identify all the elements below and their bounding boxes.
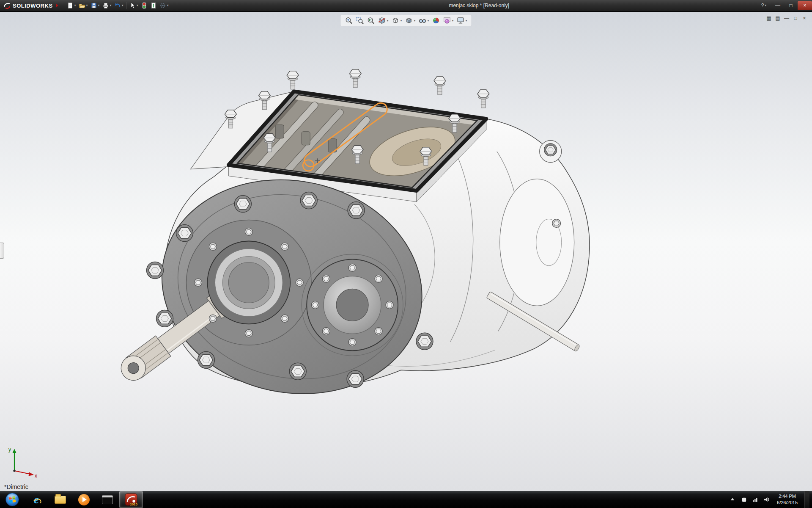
dropdown-caret[interactable]: ▾: [765, 4, 766, 7]
taskbar-item-internet-explorer[interactable]: e: [25, 491, 48, 508]
panel-flyout-tab[interactable]: [0, 243, 4, 259]
logo-accent: [56, 3, 58, 8]
close-document-button[interactable]: ×: [801, 15, 808, 22]
view-settings-icon: [457, 17, 465, 25]
taskbar-item-media-player[interactable]: [72, 491, 96, 508]
options-gear-icon: [159, 2, 166, 9]
window-title: menjac sklop * [Read-only]: [449, 3, 509, 8]
hide-show-items-button[interactable]: ▾: [418, 16, 430, 25]
zoom-to-fit-button[interactable]: [344, 16, 354, 25]
taskbar-clock[interactable]: 2:44 PM 6/26/2015: [774, 493, 800, 506]
cascade-document-windows-button[interactable]: ▦: [765, 15, 772, 22]
dropdown-caret[interactable]: ▾: [167, 4, 169, 7]
file-properties-button[interactable]: [149, 1, 158, 10]
new-document-button[interactable]: ▾: [66, 1, 77, 10]
toolbar-separator: [126, 2, 126, 9]
solidworks-logo: SOLIDWORKS: [2, 2, 63, 9]
folder-icon: [55, 496, 66, 504]
clock-time: 2:44 PM: [777, 493, 798, 500]
previous-view-icon: [367, 17, 375, 25]
rebuild-icon: [141, 2, 148, 9]
minimize-document-button[interactable]: —: [783, 15, 790, 22]
undo-button[interactable]: ▾: [113, 1, 125, 10]
windows-taskbar: e 2015: [0, 491, 812, 508]
taskbar-item-command-prompt[interactable]: [96, 491, 119, 508]
display-style-button[interactable]: ▾: [404, 16, 416, 25]
window-controls: ? ▾ — □ ×: [756, 0, 812, 11]
select-button[interactable]: ▾: [128, 1, 140, 10]
save-icon: [91, 2, 97, 9]
view-orientation-cube-icon: [391, 17, 399, 25]
dropdown-caret[interactable]: ▾: [466, 19, 467, 22]
dropdown-caret[interactable]: ▾: [137, 4, 138, 7]
chevron-up-icon: [730, 497, 735, 502]
taskbar-item-windows-explorer[interactable]: [48, 491, 72, 508]
restore-document-button[interactable]: □: [792, 15, 799, 22]
hide-show-glasses-icon: [419, 17, 427, 25]
section-view-icon: [378, 17, 386, 25]
side-cover[interactable]: [307, 259, 398, 351]
view-orientation-button[interactable]: ▾: [390, 16, 403, 25]
print-icon: [102, 2, 109, 9]
graphics-viewport[interactable]: ▾ ▾ ▾ ▾ ▾ ▾ ▦ ▤ — □ ×: [0, 12, 812, 491]
media-player-icon: [78, 494, 90, 505]
tile-document-windows-button[interactable]: ▤: [774, 15, 781, 22]
edit-appearance-button[interactable]: [431, 16, 441, 25]
solidworks-version-badge: 2015: [130, 502, 137, 506]
app-name: SOLIDWORKS: [13, 3, 53, 9]
clock-date: 6/26/2015: [777, 500, 798, 506]
dropdown-caret[interactable]: ▾: [428, 19, 429, 22]
dropdown-caret[interactable]: ▾: [122, 4, 123, 7]
previous-view-button[interactable]: [366, 16, 376, 25]
close-window-button[interactable]: ×: [798, 1, 812, 10]
network-icon: [752, 496, 759, 503]
open-document-icon: [79, 2, 85, 9]
help-label: ?: [761, 3, 764, 8]
model-canvas[interactable]: [0, 12, 812, 491]
dropdown-caret[interactable]: ▾: [98, 4, 100, 7]
minimize-window-button[interactable]: —: [771, 1, 784, 10]
dropdown-caret[interactable]: ▾: [414, 19, 415, 22]
zoom-to-area-icon: [356, 17, 364, 25]
save-button[interactable]: ▾: [89, 1, 101, 10]
undo-icon: [114, 2, 121, 9]
main-bearing-hub[interactable]: [194, 228, 303, 337]
volume-button[interactable]: [763, 494, 771, 505]
network-status-button[interactable]: [752, 494, 759, 505]
open-document-button[interactable]: ▾: [77, 1, 89, 10]
options-button[interactable]: ▾: [158, 1, 170, 10]
rebuild-button[interactable]: [140, 1, 149, 10]
display-style-icon: [405, 17, 413, 25]
help-button[interactable]: ? ▾: [757, 1, 771, 10]
select-cursor-icon: [129, 2, 136, 9]
headsup-view-toolbar: ▾ ▾ ▾ ▾ ▾ ▾: [340, 15, 472, 26]
view-orientation-label: *Dimetric: [4, 483, 28, 490]
dropdown-caret[interactable]: ▾: [110, 4, 112, 7]
view-settings-button[interactable]: ▾: [456, 16, 468, 25]
dropdown-caret[interactable]: ▾: [400, 19, 402, 22]
toolbar-separator: [64, 2, 64, 9]
internet-explorer-icon: e: [34, 494, 39, 505]
show-hidden-icons-button[interactable]: [729, 494, 736, 505]
print-button[interactable]: ▾: [101, 1, 113, 10]
dropdown-caret[interactable]: ▾: [452, 19, 454, 22]
apply-scene-button[interactable]: ▾: [442, 16, 455, 25]
windows-orb-icon: [5, 492, 19, 507]
show-desktop-button[interactable]: [804, 491, 809, 508]
start-button[interactable]: [0, 491, 25, 508]
dropdown-caret[interactable]: ▾: [86, 4, 88, 7]
section-view-button[interactable]: ▾: [377, 16, 389, 25]
file-properties-icon: [150, 2, 157, 9]
document-window-controls: ▦ ▤ — □ ×: [765, 15, 808, 22]
tray-app-icon: [741, 497, 747, 503]
system-tray: 2:44 PM 6/26/2015: [729, 491, 812, 508]
dropdown-caret[interactable]: ▾: [74, 4, 76, 7]
titlebar: SOLIDWORKS ▾ ▾ ▾ ▾ ▾ ▾ ▾ menjac sklop * …: [0, 0, 812, 11]
taskbar-item-solidworks[interactable]: 2015: [119, 491, 143, 508]
tray-application-icon[interactable]: [740, 494, 748, 505]
zoom-to-area-button[interactable]: [355, 16, 365, 25]
reference-triad: y x: [6, 444, 40, 478]
zoom-to-fit-icon: [345, 17, 353, 25]
restore-window-button[interactable]: □: [785, 1, 797, 10]
dropdown-caret[interactable]: ▾: [387, 19, 388, 22]
